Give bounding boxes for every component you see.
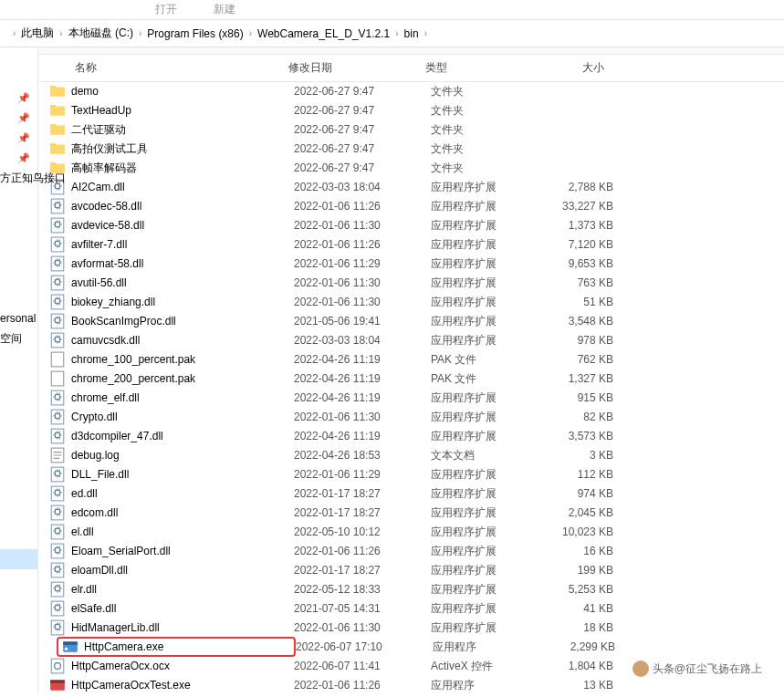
file-size: 199 KB bbox=[540, 564, 632, 577]
quick-access-item[interactable] bbox=[0, 489, 37, 509]
quick-access-item[interactable]: 📌 bbox=[0, 148, 37, 168]
quick-access-item[interactable]: 📌 bbox=[0, 108, 37, 128]
table-row[interactable]: el.dll2022-05-10 10:12应用程序扩展10,023 KB bbox=[38, 523, 784, 542]
quick-access-item[interactable] bbox=[0, 369, 37, 389]
file-size: 5,253 KB bbox=[540, 583, 632, 596]
file-name: HttpCamera.exe bbox=[84, 640, 163, 653]
column-header-date[interactable]: 修改日期 bbox=[285, 60, 422, 76]
table-row[interactable]: demo2022-06-27 9:47文件夹 bbox=[38, 82, 784, 101]
file-type: 文件夹 bbox=[431, 141, 540, 157]
quick-access-item[interactable] bbox=[0, 248, 37, 268]
table-row[interactable]: debug.log2022-04-26 18:53文本文档3 KB bbox=[38, 446, 784, 465]
table-row[interactable]: avdevice-58.dll2022-01-06 11:30应用程序扩展1,3… bbox=[38, 216, 784, 235]
table-row[interactable]: avutil-56.dll2022-01-06 11:30应用程序扩展763 K… bbox=[38, 274, 784, 293]
file-size: 41 KB bbox=[540, 602, 632, 615]
quick-access-item[interactable] bbox=[0, 228, 37, 248]
table-row[interactable]: ed.dll2022-01-17 18:27应用程序扩展974 KB bbox=[38, 484, 784, 504]
file-name: d3dcompiler_47.dll bbox=[71, 430, 294, 442]
table-row[interactable]: chrome_200_percent.pak2022-04-26 11:19PA… bbox=[38, 369, 784, 389]
quick-access-item[interactable] bbox=[0, 449, 37, 469]
table-row[interactable]: Crypto.dll2022-01-06 11:30应用程序扩展82 KB bbox=[38, 408, 784, 427]
table-row[interactable]: 高帧率解码器2022-06-27 9:47文件夹 bbox=[38, 159, 784, 178]
chevron-right-icon: › bbox=[139, 28, 141, 38]
quick-access-item[interactable]: 📌 bbox=[0, 128, 37, 148]
quick-access-item[interactable] bbox=[0, 68, 37, 88]
menu-new[interactable]: 新建 bbox=[214, 2, 235, 17]
table-row[interactable]: avfilter-7.dll2022-01-06 11:26应用程序扩展7,12… bbox=[38, 235, 784, 255]
breadcrumb-item[interactable]: bin bbox=[404, 27, 419, 40]
file-type: 应用程序扩展 bbox=[431, 467, 540, 483]
file-name: biokey_zhiang.dll bbox=[71, 296, 294, 308]
file-type: 应用程序扩展 bbox=[431, 505, 540, 521]
file-size: 18 KB bbox=[540, 621, 632, 634]
quick-access-item[interactable]: ersonal bbox=[0, 308, 37, 328]
file-size: 3 KB bbox=[540, 449, 632, 462]
quick-access-item-selected[interactable] bbox=[0, 549, 37, 569]
file-size: 1,373 KB bbox=[540, 219, 632, 232]
quick-access-item[interactable] bbox=[0, 268, 37, 288]
table-row[interactable]: TextHeadUp2022-06-27 9:47文件夹 bbox=[38, 101, 784, 120]
file-size: 13 KB bbox=[540, 679, 632, 692]
table-row[interactable]: DLL_File.dll2022-01-06 11:29应用程序扩展112 KB bbox=[38, 465, 784, 484]
table-row[interactable]: BookScanImgProc.dll2021-05-06 19:41应用程序扩… bbox=[38, 312, 784, 331]
file-name: elr.dll bbox=[71, 583, 294, 596]
watermark-text: 头条@征尘飞扬在路上 bbox=[653, 661, 762, 677]
file-name: el.dll bbox=[71, 525, 294, 538]
table-row[interactable]: HidManagerLib.dll2022-01-06 11:30应用程序扩展1… bbox=[38, 619, 784, 638]
column-header-name[interactable]: 名称 bbox=[38, 60, 285, 76]
column-header-type[interactable]: 类型 bbox=[422, 60, 531, 76]
table-row[interactable]: avcodec-58.dll2022-01-06 11:26应用程序扩展33,2… bbox=[38, 197, 784, 216]
column-header-size[interactable]: 大小 bbox=[531, 60, 622, 76]
table-row[interactable]: 高拍仪测试工具2022-06-27 9:47文件夹 bbox=[38, 140, 784, 159]
file-type: 应用程序 bbox=[431, 678, 540, 693]
quick-access-item[interactable] bbox=[0, 47, 37, 68]
file-type: 文件夹 bbox=[431, 103, 540, 119]
quick-access-item[interactable] bbox=[0, 389, 37, 409]
file-size: 978 KB bbox=[540, 334, 632, 347]
quick-access-item[interactable] bbox=[0, 529, 37, 549]
quick-access-item[interactable]: 📌 bbox=[0, 88, 37, 108]
table-row[interactable]: chrome_100_percent.pak2022-04-26 11:19PA… bbox=[38, 350, 784, 369]
file-name: DLL_File.dll bbox=[71, 468, 294, 481]
breadcrumb[interactable]: › 此电脑 › 本地磁盘 (C:) › Program Files (x86) … bbox=[0, 20, 784, 47]
quick-access-item[interactable] bbox=[0, 469, 37, 489]
top-menu: 打开 新建 bbox=[0, 0, 784, 20]
table-row[interactable]: HttpCamera.exe2022-06-07 17:10应用程序2,299 … bbox=[38, 638, 784, 657]
quick-access-item[interactable] bbox=[0, 509, 37, 529]
file-date: 2022-01-06 11:30 bbox=[294, 411, 431, 423]
file-name: edcom.dll bbox=[71, 506, 294, 519]
table-row[interactable]: camuvcsdk.dll2022-03-03 18:04应用程序扩展978 K… bbox=[38, 331, 784, 350]
table-row[interactable]: AI2Cam.dll2022-03-03 18:04应用程序扩展2,788 KB bbox=[38, 178, 784, 197]
menu-open[interactable]: 打开 bbox=[155, 2, 177, 17]
table-row[interactable]: biokey_zhiang.dll2022-01-06 11:30应用程序扩展5… bbox=[38, 293, 784, 312]
table-row[interactable]: d3dcompiler_47.dll2022-04-26 11:19应用程序扩展… bbox=[38, 427, 784, 446]
pin-icon: 📌 bbox=[17, 112, 30, 124]
pin-icon: 📌 bbox=[17, 92, 30, 104]
quick-access-item[interactable] bbox=[0, 288, 37, 308]
table-row[interactable]: chrome_elf.dll2022-04-26 11:19应用程序扩展915 … bbox=[38, 389, 784, 408]
quick-access-item[interactable] bbox=[0, 409, 37, 429]
table-row[interactable]: Eloam_SerialPort.dll2022-01-06 11:26应用程序… bbox=[38, 542, 784, 561]
file-type: 应用程序扩展 bbox=[431, 276, 540, 291]
quick-access-item[interactable]: 空间 bbox=[0, 328, 37, 348]
file-name: BookScanImgProc.dll bbox=[71, 315, 294, 328]
breadcrumb-item[interactable]: 本地磁盘 (C:) bbox=[68, 26, 133, 41]
quick-access-item[interactable] bbox=[0, 208, 37, 228]
breadcrumb-item[interactable]: 此电脑 bbox=[21, 26, 54, 41]
table-row[interactable]: edcom.dll2022-01-17 18:27应用程序扩展2,045 KB bbox=[38, 504, 784, 523]
table-row[interactable]: elr.dll2022-05-12 18:33应用程序扩展5,253 KB bbox=[38, 580, 784, 599]
quick-access-item[interactable] bbox=[0, 348, 37, 369]
quick-access-item[interactable] bbox=[0, 429, 37, 449]
file-type: 应用程序扩展 bbox=[431, 199, 540, 214]
table-row[interactable]: avformat-58.dll2022-01-06 11:29应用程序扩展9,6… bbox=[38, 255, 784, 274]
pin-icon: 📌 bbox=[17, 132, 30, 144]
table-row[interactable]: elSafe.dll2021-07-05 14:31应用程序扩展41 KB bbox=[38, 599, 784, 619]
quick-access-item[interactable] bbox=[0, 188, 37, 208]
file-type: 应用程序扩展 bbox=[431, 429, 540, 444]
quick-access-item[interactable]: 方正知鸟接口 bbox=[0, 168, 37, 188]
breadcrumb-item[interactable]: WebCamera_EL_D_V1.2.1 bbox=[257, 27, 390, 40]
table-row[interactable]: 二代证驱动2022-06-27 9:47文件夹 bbox=[38, 120, 784, 140]
breadcrumb-item[interactable]: Program Files (x86) bbox=[147, 27, 243, 40]
table-row[interactable]: eloamDll.dll2022-01-17 18:27应用程序扩展199 KB bbox=[38, 561, 784, 580]
file-name: chrome_100_percent.pak bbox=[71, 353, 294, 366]
